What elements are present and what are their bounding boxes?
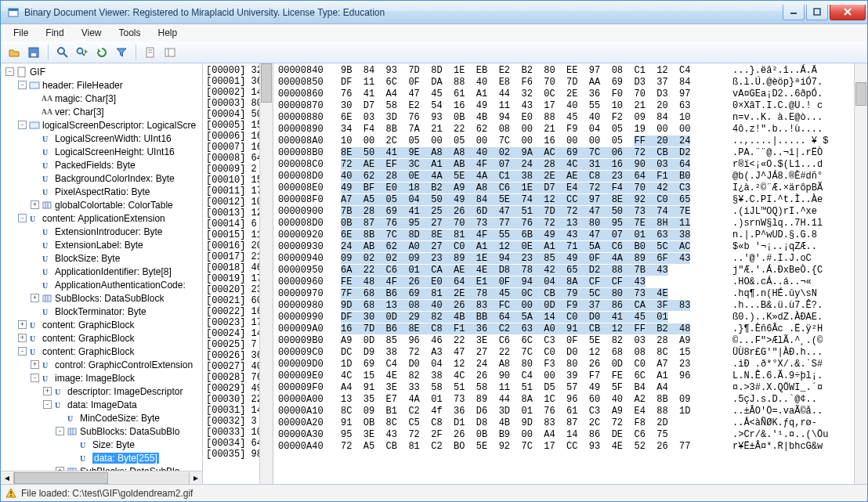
tree-view[interactable]: -GIF-header: FileHeaderAAmagic: Char[3]A… [1, 63, 202, 471]
hex-row[interactable]: 000008E049 BF E0 18 B2 A9 A8 C6 1E D7 E4… [278, 182, 849, 194]
hex-row[interactable]: 000009007B 28 69 41 25 26 6D 47 51 7D 72… [278, 206, 849, 218]
hex-row[interactable]: 00000960FE 48 4F 26 E0 64 E1 0F 94 04 8A… [278, 276, 849, 288]
tree-node[interactable]: +Ucontent: GraphicBlock [2, 331, 202, 345]
hex-row[interactable]: 000009F0A4 91 3E 33 58 51 58 11 51 D5 57… [278, 382, 849, 394]
tree-node[interactable]: -logicalScreenDescriptor: LogicalScre [2, 118, 202, 132]
tree-node[interactable]: -Uimage: ImageBlock [2, 371, 202, 385]
hex-row[interactable]: 000009C0DC D9 38 72 A3 47 27 22 7C C0 D0… [278, 347, 849, 359]
save-icon[interactable] [25, 44, 42, 61]
hex-row[interactable]: 000009506A 22 C6 01 CA AE 4E D8 78 42 65… [278, 265, 849, 276]
hex-row[interactable]: 000008C072 AE EF 3C A1 AB 4F 07 24 28 4C… [278, 159, 849, 171]
menu-tools[interactable]: Tools [110, 26, 148, 40]
tree-toggle[interactable]: + [18, 320, 27, 329]
tree-node[interactable]: +Ucontrol: GraphicControlExtension [2, 358, 202, 371]
hex-row[interactable]: 0000087030 D7 58 E2 54 16 49 11 43 17 40… [278, 100, 849, 112]
hex-row[interactable]: 000008D00B 87 76 95 27 70 73 77 76 72 13… [278, 218, 849, 229]
tree-node[interactable]: +Udescriptor: ImageDescriptor [2, 385, 202, 398]
hex-row[interactable]: 00000A3095 3E 43 72 2F 26 0B B9 00 A4 14… [278, 429, 849, 441]
tree-toggle[interactable]: + [43, 387, 52, 395]
hex-row[interactable]: 000008B08E 50 41 9E A8 A8 40 02 9A AC 69… [278, 147, 849, 159]
hex-row[interactable]: 000009E04C 15 4E 82 38 4C 26 90 C4 00 39… [278, 370, 849, 382]
hex-row[interactable]: 000009206E 8B 7C 8D 8E 81 4F 55 6B 49 43… [278, 229, 849, 241]
tree-node[interactable]: +SubBlocks: DataSubBlock [2, 291, 202, 305]
tree-node[interactable]: AAmagic: Char[3] [2, 92, 202, 105]
tree-node[interactable]: +Ucontent: GraphicBlock [2, 318, 202, 331]
tree-node[interactable]: -header: FileHeader [2, 78, 202, 92]
menu-help[interactable]: Help [150, 26, 186, 40]
hex-row[interactable]: 0000094009 02 02 09 23 89 1E 94 23 85 49… [278, 253, 849, 265]
tree-node[interactable]: UMinCodeSize: Byte [2, 411, 202, 424]
refresh-icon[interactable] [93, 44, 110, 61]
tree-toggle[interactable]: - [18, 121, 27, 129]
tree-toggle[interactable]: + [31, 360, 39, 369]
hex-view[interactable]: 000008409B 84 93 7D 8D 1E EB E2 B2 80 EE… [273, 63, 854, 484]
menu-file[interactable]: File [5, 26, 36, 40]
tree-node[interactable]: UPixelAspectRatio: Byte [2, 185, 202, 198]
tree-node[interactable]: UBlockTerminator: Byte [2, 305, 202, 318]
tree-node[interactable]: UBackgroundColorIndex: Byte [2, 172, 202, 185]
hex-row[interactable]: 000009B0A9 0D 85 96 46 22 3E C6 6C C3 0F… [278, 335, 849, 347]
hex-row[interactable]: 0000086076 41 A4 47 45 61 A1 44 32 0C 2E… [278, 88, 849, 100]
hex-row[interactable]: 00000850DF 11 6C 0F DA 88 40 E8 F6 70 7D… [278, 77, 849, 88]
hex-row[interactable]: 000009707F 68 B6 69 81 2E 78 45 0C CB 79… [278, 288, 849, 300]
tree-node[interactable]: UApplicationAuthenticationCode: [2, 278, 202, 291]
tree-node[interactable]: Udata: Byte[255] [2, 451, 202, 464]
offset-list[interactable]: [00000] 32 [00001] 36 [00002] 142 [00003… [203, 63, 259, 484]
filter-icon[interactable] [113, 44, 130, 61]
maximize-button[interactable] [806, 5, 828, 20]
hex-row[interactable]: 00000990DF 30 0D 29 82 4B BB 64 5A 14 C0… [278, 312, 849, 323]
hex-row[interactable]: 000008A010 00 2C 05 00 05 00 7C 00 16 00… [278, 135, 849, 147]
tree-node[interactable]: -Ucontent: GraphicBlock [2, 345, 202, 358]
titlebar[interactable]: Binary Document Viewer: Registered to Mi… [1, 1, 867, 24]
panel-icon[interactable] [161, 44, 179, 61]
hex-row[interactable]: 00000A0013 35 E7 4A 01 73 89 44 8A 1C 96… [278, 394, 849, 406]
hex-row[interactable]: 00000A4072 A5 CB 81 C2 BO 5E 92 7C 17 CC… [278, 441, 849, 453]
tree-toggle[interactable]: - [18, 214, 27, 222]
tree-node[interactable]: +SubBlocks: DataSubBlo [2, 464, 202, 471]
tree-toggle[interactable]: + [31, 294, 39, 302]
hex-row[interactable]: 000008409B 84 93 7D 8D 1E EB E2 B2 80 EE… [278, 65, 849, 77]
hex-row[interactable]: 0000089034 F4 8B 7A 21 22 62 08 00 21 F9… [278, 124, 849, 135]
tree-node[interactable]: UExtensionIntroducer: Byte [2, 225, 202, 238]
menu-find[interactable]: Find [38, 26, 71, 40]
tree-node[interactable]: ULogicalScreenHeight: UInt16 [2, 145, 202, 158]
tree-node[interactable]: -GIF [2, 65, 202, 78]
tree-node[interactable]: UPackedFields: Byte [2, 158, 202, 172]
offset-v-scrollbar[interactable] [259, 63, 273, 484]
find-next-icon[interactable] [74, 44, 91, 61]
tree-node[interactable]: -Udata: ImageData [2, 398, 202, 411]
hex-row[interactable]: 000008F0A7 A5 05 04 50 49 84 5E 74 12 CC… [278, 194, 849, 206]
hex-row[interactable]: 000009A016 7D B6 8E C8 F1 36 C2 63 A0 91… [278, 323, 849, 335]
doc-icon[interactable] [142, 44, 159, 61]
tree-node[interactable]: +globalColortable: ColorTable [2, 198, 202, 211]
close-button[interactable] [830, 5, 866, 20]
tree-node[interactable]: UExtensionLabel: Byte [2, 238, 202, 251]
hex-row[interactable]: 000008D040 62 28 0E 4A 5E 4A C1 38 2E AE… [278, 171, 849, 182]
menu-view[interactable]: View [74, 26, 110, 40]
tree-toggle[interactable]: - [5, 67, 14, 76]
tree-toggle[interactable]: - [31, 374, 39, 382]
hex-row[interactable]: 000008806E 03 3D 76 93 0B 4B 94 E0 88 45… [278, 112, 849, 124]
tree-toggle[interactable]: - [18, 81, 27, 89]
tree-toggle[interactable]: - [56, 427, 64, 435]
tree-node[interactable]: ULogicalScreenWidth: UInt16 [2, 132, 202, 145]
tree-toggle[interactable]: + [31, 200, 39, 209]
hex-row[interactable]: 000009D01D 69 C4 D0 04 12 24 A8 80 F3 80… [278, 359, 849, 370]
tree-toggle[interactable]: - [43, 400, 52, 409]
hex-row[interactable]: 00000A2091 OB 8C C5 C8 D1 D8 4B 9D 83 87… [278, 417, 849, 429]
hex-v-scrollbar[interactable] [854, 63, 867, 484]
hex-row[interactable]: 000009809D 68 13 08 40 26 83 FC 00 0D F9… [278, 300, 849, 312]
hex-row[interactable]: 00000A108C 09 B1 C2 4f 36 D6 3D 01 76 61… [278, 406, 849, 417]
tree-node[interactable]: AAver: Char[3] [2, 105, 202, 118]
hex-row[interactable]: 0000093024 AB 62 A0 27 C0 A1 12 0E A1 71… [278, 241, 849, 253]
tree-node[interactable]: UApplicationIdentifier: Byte[8] [2, 265, 202, 278]
tree-node[interactable]: -Ucontent: ApplicationExtension [2, 211, 202, 225]
tree-toggle[interactable]: + [18, 334, 27, 342]
tree-toggle[interactable]: + [56, 467, 64, 471]
tree-h-scrollbar[interactable]: ◂ ▸ [1, 471, 202, 484]
tree-node[interactable]: UBlockSize: Byte [2, 251, 202, 265]
open-icon[interactable] [5, 44, 23, 61]
tree-node[interactable]: -SubBlocks: DataSubBlo [2, 424, 202, 438]
tree-toggle[interactable]: - [18, 347, 27, 356]
tree-node[interactable]: USize: Byte [2, 438, 202, 451]
